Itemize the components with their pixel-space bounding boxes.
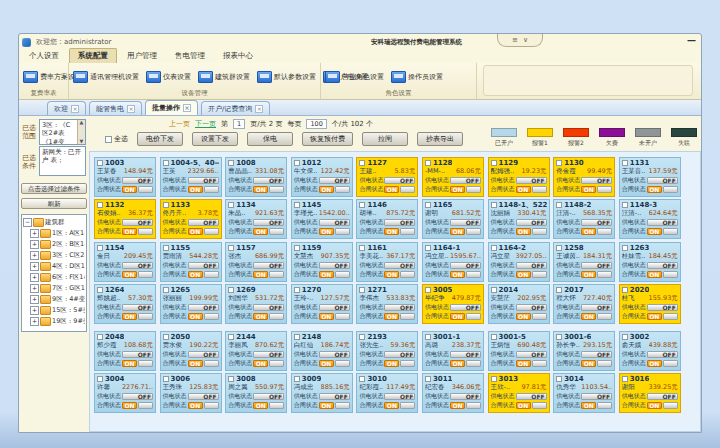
meter-card[interactable]: 3011纪宏春346.06元供电状态OFF合闸状态ON (422, 373, 484, 413)
card-checkbox[interactable] (556, 202, 562, 208)
card-checkbox[interactable] (491, 334, 497, 340)
meter-card[interactable]: 1127王建..5.83元供电状态OFF合闸状态ON (356, 157, 418, 197)
switch-on-toggle[interactable]: ON (384, 360, 399, 367)
selected-range-listbox[interactable]: 3区：《C区2#表《1#变电，2#变电·C区… ▲▼ (39, 119, 86, 145)
card-checkbox[interactable] (228, 334, 234, 340)
switch-on-toggle[interactable]: ON (581, 313, 596, 320)
supply-off-toggle[interactable]: OFF (581, 393, 612, 400)
supply-off-toggle[interactable]: OFF (450, 304, 481, 311)
window-pill-control[interactable]: ≡ ∨ (497, 34, 543, 47)
card-checkbox[interactable] (556, 160, 562, 166)
switch-on-toggle[interactable]: ON (647, 360, 662, 367)
card-checkbox[interactable] (163, 160, 169, 166)
meter-card[interactable]: 1265张丽丽199.99元供电状态OFF合闸状态ON (160, 284, 222, 324)
switch-on-toggle[interactable]: ON (516, 186, 531, 193)
card-checkbox[interactable] (228, 287, 234, 293)
meter-card[interactable]: 3014仇秀华1103.54..供电状态OFF合闸状态ON (553, 373, 615, 413)
card-checkbox[interactable] (163, 287, 169, 293)
card-checkbox[interactable] (163, 245, 169, 251)
switch-on-toggle[interactable]: ON (384, 186, 399, 193)
toolbar-button-5[interactable]: 拉闸 (362, 132, 408, 146)
supply-off-toggle[interactable]: OFF (647, 351, 678, 358)
meter-card[interactable]: 3013王欣-..97.81元供电状态OFF合闸状态ON (488, 373, 550, 413)
toolbar-button-4[interactable]: 恢复预付费 (302, 132, 353, 146)
meter-card[interactable]: 1129配姆强..19.23元供电状态OFF合闸状态ON (488, 157, 550, 197)
meter-card[interactable]: 1148-1、522沈丽娟330.41元供电状态OFF合闸状态ON (488, 199, 550, 239)
tree-item-3[interactable]: +3区：C区2#井（1#… (30, 250, 85, 261)
ribbon-button[interactable]: 营业角色设置 (325, 71, 384, 83)
card-checkbox[interactable] (97, 160, 103, 166)
per-page-input[interactable]: 100 (306, 119, 326, 129)
supply-off-toggle[interactable]: OFF (319, 262, 350, 269)
meter-card[interactable]: 1146胡琳..875.72元供电状态OFF合闸状态ON (356, 199, 418, 239)
expand-icon[interactable]: + (30, 251, 39, 260)
card-checkbox[interactable] (294, 334, 300, 340)
card-checkbox[interactable] (228, 202, 234, 208)
scroll-up-icon[interactable]: ▲ (80, 120, 84, 125)
close-icon[interactable]: × (127, 105, 135, 113)
meter-card[interactable]: 1008曹晶晶..331.08元供电状态OFF合闸状态ON (225, 157, 287, 197)
meter-card[interactable]: 2148白红仙186.74元供电状态OFF合闸状态ON (291, 331, 353, 371)
supply-off-toggle[interactable]: OFF (516, 219, 547, 226)
supply-off-toggle[interactable]: OFF (516, 262, 547, 269)
card-checkbox[interactable] (163, 376, 169, 382)
card-checkbox[interactable] (359, 287, 365, 293)
card-checkbox[interactable] (556, 245, 562, 251)
meter-card[interactable]: 1165谢明681.52元供电状态OFF合闸状态ON (422, 199, 484, 239)
prev-page-link[interactable]: 上一页 (169, 119, 190, 129)
meter-card[interactable]: 3004许馨2276.71..供电状态OFF合闸状态ON (94, 373, 156, 413)
meter-card[interactable]: 2193张先生..59.36元供电状态OFF合闸状态ON (356, 331, 418, 371)
select-all-checkbox[interactable] (105, 136, 112, 143)
meter-card[interactable]: 1004-5、40—王英2329.66..供电状态OFF合闸状态ON (160, 157, 222, 197)
supply-off-toggle[interactable]: OFF (188, 351, 219, 358)
supply-off-toggle[interactable]: OFF (319, 177, 350, 184)
card-checkbox[interactable] (622, 287, 628, 293)
supply-off-toggle[interactable]: OFF (450, 393, 481, 400)
supply-off-toggle[interactable]: OFF (319, 351, 350, 358)
switch-on-toggle[interactable]: ON (188, 360, 203, 367)
supply-off-toggle[interactable]: OFF (516, 304, 547, 311)
tree-root[interactable]: −建筑群 (23, 217, 85, 228)
switch-on-toggle[interactable]: ON (122, 271, 137, 278)
card-checkbox[interactable] (228, 160, 234, 166)
meter-card[interactable]: 2050贾水俊190.22元供电状态OFF合闸状态ON (160, 331, 222, 371)
card-checkbox[interactable] (425, 245, 431, 251)
card-checkbox[interactable] (359, 202, 365, 208)
switch-on-toggle[interactable]: ON (319, 186, 334, 193)
card-checkbox[interactable] (425, 287, 431, 293)
switch-on-toggle[interactable]: ON (319, 271, 334, 278)
supply-off-toggle[interactable]: OFF (188, 177, 219, 184)
switch-on-toggle[interactable]: ON (384, 228, 399, 235)
toolbar-button-3[interactable]: 保电 (247, 132, 293, 146)
switch-on-toggle[interactable]: ON (581, 402, 596, 409)
card-checkbox[interactable] (294, 376, 300, 382)
tree-item-9[interactable]: +19区：9#变电站（… (30, 316, 85, 327)
supply-off-toggle[interactable]: OFF (647, 262, 678, 269)
card-checkbox[interactable] (294, 245, 300, 251)
supply-off-toggle[interactable]: OFF (122, 351, 153, 358)
switch-on-toggle[interactable]: ON (581, 186, 596, 193)
refresh-button[interactable]: 刷新 (21, 198, 87, 209)
switch-on-toggle[interactable]: ON (516, 228, 531, 235)
menu-item-4[interactable]: 售电管理 (167, 49, 213, 63)
switch-on-toggle[interactable]: ON (647, 271, 662, 278)
switch-on-toggle[interactable]: ON (253, 402, 268, 409)
card-checkbox[interactable] (294, 287, 300, 293)
switch-on-toggle[interactable]: ON (450, 402, 465, 409)
card-checkbox[interactable] (491, 245, 497, 251)
meter-card[interactable]: 3016谢阳339.25元供电状态OFF合闸状态ON (619, 373, 681, 413)
supply-off-toggle[interactable]: OFF (647, 219, 678, 226)
switch-on-toggle[interactable]: ON (188, 402, 203, 409)
card-checkbox[interactable] (622, 160, 628, 166)
listbox-scrollbar[interactable]: ▲▼ (77, 120, 85, 144)
supply-off-toggle[interactable]: OFF (122, 219, 153, 226)
switch-on-toggle[interactable]: ON (253, 313, 268, 320)
switch-on-toggle[interactable]: ON (122, 402, 137, 409)
expand-icon[interactable]: + (30, 240, 39, 249)
supply-off-toggle[interactable]: OFF (450, 262, 481, 269)
supply-off-toggle[interactable]: OFF (384, 304, 415, 311)
supply-off-toggle[interactable]: OFF (253, 219, 284, 226)
meter-card[interactable]: 3005毕纪争479.87元供电状态OFF合闸状态ON (422, 284, 484, 324)
supply-off-toggle[interactable]: OFF (516, 177, 547, 184)
supply-off-toggle[interactable]: OFF (450, 177, 481, 184)
